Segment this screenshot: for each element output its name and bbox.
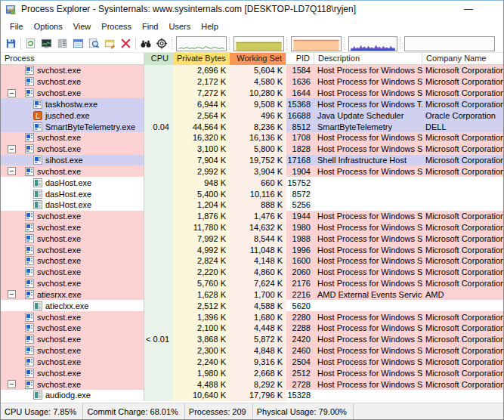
process-row-svchost[interactable]: svchost.exe16,320 K16,136 K1708Host Proc… <box>1 132 503 144</box>
kill-process-button[interactable] <box>118 36 134 51</box>
column-header-company-name[interactable]: Company Name <box>422 53 503 65</box>
show-process-tree-button[interactable] <box>54 36 70 51</box>
refresh-icon <box>25 38 36 49</box>
company-name-cell: Microsoft Corporation <box>422 76 503 88</box>
menu-help[interactable]: Help <box>196 20 224 33</box>
status-cpu-usage: CPU Usage: 7.85% <box>1 403 83 419</box>
find-window-button[interactable] <box>153 36 169 51</box>
process-row-atiesrxx[interactable]: atiesrxx.exe1,628 K1,700 K2216AMD Extern… <box>1 289 503 301</box>
process-row-svchost[interactable]: svchost.exe2,100 K4,448 K2288Host Proces… <box>1 323 503 334</box>
menu-find[interactable]: Find <box>137 20 163 33</box>
process-row-svchost[interactable]: svchost.exe2,824 K4,148 K1600Host Proces… <box>1 255 503 267</box>
process-row-svchost[interactable]: svchost.exe2,300 K4,848 K2460Host Proces… <box>1 345 503 357</box>
process-row-svchost[interactable]: svchost.exe2,696 K5,604 K1584Host Proces… <box>1 65 503 76</box>
process-row-taskhostw[interactable]: taskhostw.exe6,944 K9,508 K15368Host Pro… <box>1 98 503 110</box>
process-row-svchost[interactable]: svchost.exe2,220 K4,860 K2060Host Proces… <box>1 267 503 278</box>
minimize-button[interactable]: — <box>458 2 479 16</box>
process-name-cell: taskhostw.exe <box>1 98 144 110</box>
find-handle-button[interactable] <box>138 36 153 51</box>
process-name-cell: atieclxx.exe <box>1 300 144 311</box>
title-bar: Process Explorer - Sysinternals: www.sys… <box>1 1 503 17</box>
tree-collapse-toggle[interactable] <box>8 145 16 153</box>
process-row-svchost[interactable]: svchost.exe7,272 K10,280 K1644Host Proce… <box>1 88 503 99</box>
menu-view[interactable]: View <box>68 20 97 33</box>
pid-cell: 1904 <box>286 165 314 177</box>
menu-bar: File Options View Process Find Users Hel… <box>1 17 503 35</box>
private-bytes-cell: 2,240 K <box>173 357 230 368</box>
column-header-private-bytes[interactable]: Private Bytes <box>173 53 230 65</box>
tree-collapse-toggle[interactable] <box>8 167 16 175</box>
graph-drag-grip[interactable] <box>286 37 289 51</box>
process-row-svchost[interactable]: svchost.exe1,980 K2,668 K2512Host Proces… <box>1 367 503 378</box>
process-row-dasHost[interactable]: dasHost.exe5,400 K10,116 K8572 <box>1 188 503 199</box>
working-set-cell: 5,872 K <box>230 334 286 345</box>
column-header-process[interactable]: Process <box>1 53 144 65</box>
process-row-jusched[interactable]: jusched.exe2,564 K496 K16688Java Update … <box>1 110 503 121</box>
cpu-cell <box>144 233 173 244</box>
process-row-svchost[interactable]: svchost.exe2,992 K3,904 K1904Host Proces… <box>1 165 503 177</box>
graph-drag-grip[interactable] <box>171 37 175 51</box>
process-name-cell: svchost.exe <box>1 311 144 323</box>
process-row-svchost[interactable]: svchost.exe3,100 K5,800 K1828Host Proces… <box>1 144 503 155</box>
company-name-cell: Microsoft Corporation <box>422 334 503 345</box>
gpu-history-graph[interactable] <box>404 36 495 51</box>
cpu-cell <box>144 155 173 166</box>
column-header-pid[interactable]: PID <box>286 53 314 65</box>
process-row-sihost[interactable]: sihost.exe7,904 K19,752 K17168Shell Infr… <box>1 155 503 166</box>
column-header-description[interactable]: Description <box>314 53 422 65</box>
graph-drag-grip[interactable] <box>343 37 347 51</box>
view-dlls-button[interactable] <box>86 36 102 51</box>
column-header-row: Process CPU Private Bytes Working Set PI… <box>1 53 503 65</box>
tree-collapse-toggle[interactable] <box>8 89 16 97</box>
process-row-svchost[interactable]: svchost.exe4,992 K11,048 K1996Host Proce… <box>1 244 503 255</box>
menu-users[interactable]: Users <box>163 20 196 33</box>
column-header-working-set[interactable]: Working Set <box>230 53 286 65</box>
menu-file[interactable]: File <box>5 20 29 33</box>
menu-options[interactable]: Options <box>29 20 68 33</box>
process-row-audiodg[interactable]: audiodg.exe10,640 K17,796 K15328 <box>1 390 503 401</box>
java-process-icon <box>33 111 42 120</box>
process-row-svchost[interactable]: svchost.exe1,396 K1,680 K2280Host Proces… <box>1 311 503 323</box>
process-row-dasHost[interactable]: dasHost.exe948 K660 K15752 <box>1 177 503 188</box>
properties-button[interactable] <box>102 36 118 51</box>
process-row-dasHost[interactable]: dasHost.exe1,204 K888 K5256 <box>1 199 503 211</box>
process-row-svchost[interactable]: svchost.exe11,780 K14,632 K1980Host Proc… <box>1 222 503 233</box>
process-name-cell: svchost.exe <box>1 65 144 76</box>
description-cell <box>314 199 422 211</box>
process-row-atieclxx[interactable]: atieclxx.exe2,512 K4,588 K5620 <box>1 300 503 311</box>
company-name-cell: Microsoft Corporation <box>422 155 503 166</box>
column-header-cpu[interactable]: CPU <box>144 53 173 65</box>
commit-history-graph[interactable] <box>233 36 284 51</box>
system-information-button[interactable] <box>39 36 54 51</box>
cpu-cell <box>144 144 173 155</box>
cpu-cell <box>144 65 173 76</box>
graph-drag-grip[interactable] <box>228 37 232 51</box>
process-name-cell: svchost.exe <box>1 222 144 233</box>
process-row-svchost[interactable]: svchost.exe2,172 K4,580 K1636Host Proces… <box>1 76 503 88</box>
save-button[interactable] <box>3 36 19 51</box>
status-commit-charge: Commit Charge: 68.01% <box>83 403 184 419</box>
menu-process[interactable]: Process <box>96 20 137 33</box>
cpu-cell <box>144 177 173 188</box>
process-row-svchost[interactable]: svchost.exe5,760 K7,624 K2176Host Proces… <box>1 278 503 289</box>
process-row-svchost[interactable]: svchost.exe1,876 K1,476 K1944Host Proces… <box>1 211 503 222</box>
process-row-svchost[interactable]: svchost.exe< 0.013,868 K5,872 K2420Host … <box>1 334 503 345</box>
cpu-cell <box>144 378 173 390</box>
process-row-svchost[interactable]: svchost.exe7,992 K8,544 K1988Host Proces… <box>1 233 503 244</box>
show-lower-pane-button[interactable] <box>70 36 86 51</box>
graph-drag-grip[interactable] <box>399 37 403 51</box>
pid-cell: 1644 <box>286 88 314 99</box>
pid-cell: 15328 <box>286 390 314 401</box>
tree-collapse-toggle[interactable] <box>8 290 16 298</box>
io-history-graph[interactable] <box>348 36 397 51</box>
refresh-button[interactable] <box>23 36 39 51</box>
process-name: svchost.exe <box>37 234 81 243</box>
physical-memory-history-graph[interactable] <box>291 36 342 51</box>
tree-collapse-toggle[interactable] <box>8 380 16 388</box>
process-row-svchost[interactable]: svchost.exe2,240 K9,316 K2504Host Proces… <box>1 357 503 368</box>
process-row-SmartByteTelemetry[interactable]: SmartByteTelemetry.exe0.0444,564 K8,236 … <box>1 121 503 132</box>
process-row-svchost[interactable]: svchost.exe4,488 K8,292 K2728Host Proces… <box>1 378 503 390</box>
status-physical-usage: Physical Usage: 79.00% <box>253 403 354 419</box>
cpu-history-graph[interactable] <box>176 36 227 51</box>
private-bytes-cell: 44,564 K <box>173 121 230 132</box>
